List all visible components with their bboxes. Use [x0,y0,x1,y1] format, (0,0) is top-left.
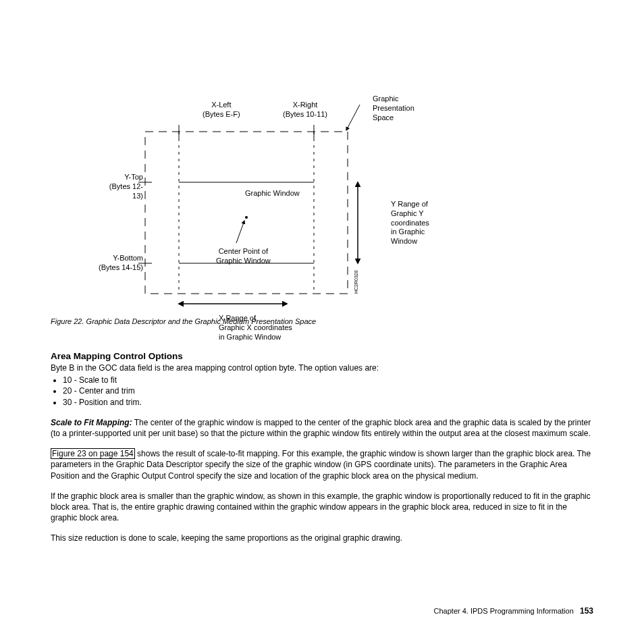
figure-caption: Figure 22. Graphic Data Descriptor and t… [51,317,593,325]
svg-rect-0 [145,132,348,294]
options-list: 10 - Scale to fit 20 - Center and trim 3… [51,375,593,408]
svg-line-11 [236,221,244,243]
para-scale-note: This size reduction is done to scale, ke… [51,533,593,543]
intro-text: Byte B in the GOC data field is the area… [51,363,593,373]
label-sidecode: HC2R0328 [354,270,358,294]
label-xrange: X Range ofGraphic X coordinatesin Graphi… [219,314,292,342]
label-xright: X-Right(Bytes 10-11) [283,101,327,119]
svg-point-10 [245,216,248,219]
para-figure-ref: Figure 23 on page 154 shows the result o… [51,448,593,481]
list-item: 20 - Center and trim [63,385,593,396]
list-item: 10 - Scale to fit [63,375,593,385]
page-footer: Chapter 4. IPDS Programming Information … [434,606,593,616]
para-proportional: If the graphic block area is smaller tha… [51,491,593,524]
heading-area-mapping: Area Mapping Control Options [51,351,593,361]
label-center-point: Center Point ofGraphic Window [216,247,271,266]
list-item: 30 - Position and trim. [63,397,593,408]
figure-link[interactable]: Figure 23 on page 154 [51,448,135,459]
run-in-label: Scale to Fit Mapping: [51,418,132,427]
para-scale-to-fit: Scale to Fit Mapping: The center of the … [51,417,593,439]
scale-text: The center of the graphic window is mapp… [51,418,591,438]
page-number: 153 [580,606,593,616]
label-ytop: Y-Top(Bytes 12-13) [106,173,143,200]
label-ybottom: Y-Bottom(Bytes 14-15) [94,254,143,273]
figure-diagram: X-Left(Bytes E-F) X-Right(Bytes 10-11) G… [91,41,593,311]
label-gps: GraphicPresentationSpace [373,95,414,122]
svg-line-9 [346,105,360,130]
footer-chapter: Chapter 4. IPDS Programming Information [434,607,574,615]
label-graphic-window: Graphic Window [245,189,300,198]
label-yrange: Y Range ofGraphic Ycoordinatesin Graphic… [391,200,429,246]
label-xleft: X-Left(Bytes E-F) [203,101,240,119]
